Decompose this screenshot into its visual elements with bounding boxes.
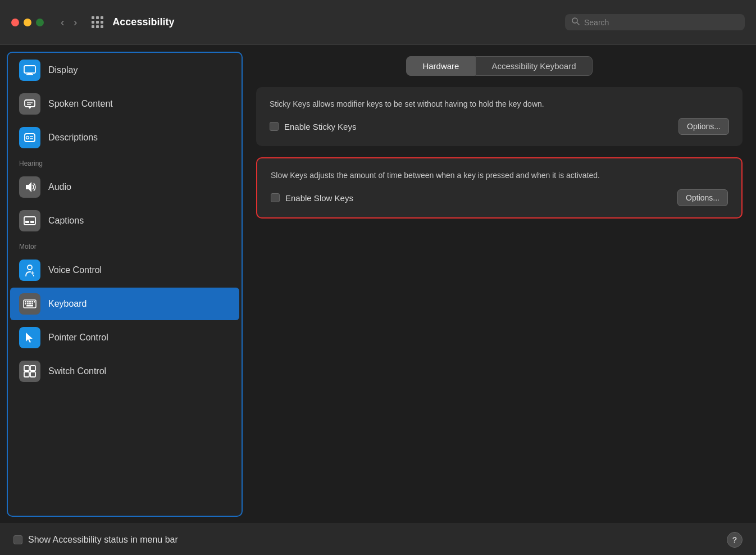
forward-button[interactable]: › (70, 13, 81, 31)
maximize-button[interactable] (36, 19, 44, 26)
titlebar: ‹ › Accessibility (0, 0, 756, 45)
svg-rect-28 (29, 303, 31, 305)
sidebar-item-label: Voice Control (48, 265, 102, 275)
svg-rect-25 (34, 301, 35, 303)
svg-marker-12 (26, 182, 31, 192)
sticky-keys-label: Enable Sticky Keys (284, 122, 356, 131)
tab-hardware[interactable]: Hardware (406, 56, 475, 76)
sidebar-item-switch-control[interactable]: Switch Control (10, 355, 239, 388)
sidebar-item-label: Switch Control (48, 366, 106, 376)
svg-rect-33 (30, 366, 35, 371)
pointer-control-icon (19, 327, 40, 348)
sidebar-item-voice-control[interactable]: Voice Control (10, 254, 239, 286)
sidebar-item-label: Keyboard (48, 299, 87, 309)
sidebar-item-label: Captions (48, 216, 84, 226)
bottombar: Show Accessibility status in menu bar ? (0, 524, 756, 555)
slow-keys-checkbox[interactable] (271, 193, 280, 202)
search-input[interactable] (584, 18, 738, 27)
sidebar-item-label: Spoken Content (48, 99, 113, 109)
traffic-lights (11, 19, 44, 26)
sidebar-item-spoken-content[interactable]: Spoken Content (10, 88, 239, 120)
help-button[interactable]: ? (727, 532, 743, 548)
sticky-keys-options-button[interactable]: Options... (678, 118, 729, 135)
sidebar-section-hearing: Hearing (8, 155, 242, 170)
switch-control-icon (19, 361, 40, 382)
sidebar-item-keyboard[interactable]: Keyboard (10, 288, 239, 320)
menu-bar-status-checkbox[interactable] (13, 535, 22, 544)
svg-rect-2 (24, 66, 35, 73)
back-button[interactable]: ‹ (57, 13, 68, 31)
svg-rect-27 (27, 303, 29, 305)
slow-keys-label: Enable Slow Keys (285, 193, 353, 203)
audio-icon (19, 176, 40, 198)
svg-rect-22 (27, 301, 29, 303)
main-content: Display Spoken Content (0, 45, 756, 524)
sidebar-item-label: Audio (48, 182, 71, 192)
captions-icon (19, 210, 40, 231)
slow-keys-description: Slow Keys adjusts the amount of time bet… (271, 170, 728, 181)
search-bar (565, 14, 745, 30)
svg-rect-24 (31, 301, 33, 303)
svg-point-9 (26, 137, 29, 139)
close-button[interactable] (11, 19, 19, 26)
sidebar-section-motor: Motor (8, 238, 242, 253)
sticky-keys-checkbox[interactable] (270, 122, 279, 131)
sidebar-item-descriptions[interactable]: Descriptions (10, 121, 239, 154)
sidebar-item-captions[interactable]: Captions (10, 204, 239, 237)
svg-rect-5 (25, 100, 35, 107)
content-area: Hardware Accessibility Keyboard Sticky K… (243, 45, 756, 524)
search-icon (572, 17, 580, 27)
slow-keys-section: Slow Keys adjusts the amount of time bet… (256, 157, 743, 219)
sticky-keys-row: Enable Sticky Keys Options... (270, 118, 729, 135)
slow-keys-options-button[interactable]: Options... (677, 189, 728, 206)
sidebar-item-audio[interactable]: Audio (10, 171, 239, 203)
tabs-bar: Hardware Accessibility Keyboard (256, 56, 743, 76)
nav-arrows: ‹ › (57, 13, 80, 31)
svg-rect-4 (26, 74, 33, 75)
svg-rect-29 (31, 303, 33, 305)
minimize-button[interactable] (24, 19, 31, 26)
sticky-keys-description: Sticky Keys allows modifier keys to be s… (270, 98, 729, 110)
sidebar-item-display[interactable]: Display (10, 54, 239, 87)
sidebar-item-label: Pointer Control (48, 333, 108, 343)
svg-rect-32 (24, 366, 29, 371)
svg-marker-31 (26, 333, 33, 343)
apps-grid-icon[interactable] (92, 16, 103, 28)
svg-rect-15 (30, 221, 34, 223)
svg-rect-23 (29, 301, 31, 303)
menu-bar-status-label: Show Accessibility status in menu bar (28, 535, 178, 545)
display-icon (19, 60, 40, 81)
keyboard-icon (19, 293, 40, 315)
svg-rect-34 (24, 372, 29, 377)
svg-rect-3 (28, 73, 32, 74)
svg-rect-26 (25, 303, 26, 305)
page-title: Accessibility (112, 16, 556, 28)
svg-line-1 (577, 22, 579, 25)
sidebar-item-label: Display (48, 65, 78, 75)
sidebar-item-pointer-control[interactable]: Pointer Control (10, 321, 239, 354)
sidebar: Display Spoken Content (7, 52, 243, 517)
sidebar-item-label: Descriptions (48, 133, 98, 143)
svg-rect-35 (30, 372, 35, 377)
svg-rect-30 (26, 305, 33, 307)
slow-keys-row: Enable Slow Keys Options... (271, 189, 728, 206)
svg-rect-21 (25, 301, 26, 303)
descriptions-icon (19, 127, 40, 148)
tab-accessibility-keyboard[interactable]: Accessibility Keyboard (475, 56, 592, 76)
svg-rect-14 (25, 221, 29, 223)
sticky-keys-section: Sticky Keys allows modifier keys to be s… (256, 87, 743, 146)
voice-control-icon (19, 260, 40, 281)
spoken-content-icon (19, 93, 40, 115)
svg-point-16 (28, 265, 32, 270)
